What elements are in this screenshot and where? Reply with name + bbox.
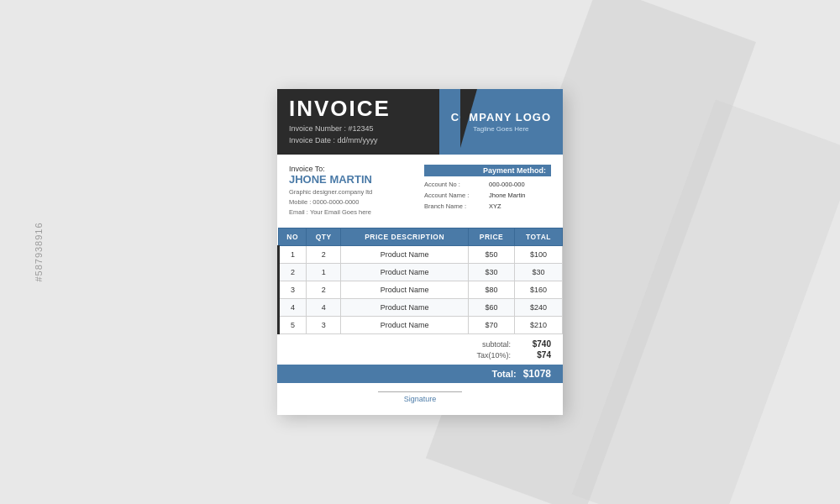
bill-to-label: Invoice To: xyxy=(289,165,416,173)
account-no-label: Account No : xyxy=(424,180,487,191)
invoice-date-row: Invoice Date : dd/mm/yyyy xyxy=(289,135,428,147)
header-triangle xyxy=(460,89,477,148)
company-logo-block: COMPANY LOGO Tagline Goes Here xyxy=(439,89,563,155)
bill-section: Invoice To: JHONE MARTIN Graphic designe… xyxy=(277,155,563,228)
table-row: 32Product Name$80$160 xyxy=(279,281,563,299)
payment-method-label: Payment Method: xyxy=(424,165,551,176)
cell-qty: 4 xyxy=(307,299,341,317)
cell-description: Product Name xyxy=(341,299,469,317)
cell-total: $240 xyxy=(514,299,562,317)
subtotal-row: subtotal: $740 xyxy=(289,339,551,349)
col-no: No xyxy=(279,228,307,246)
cell-qty: 1 xyxy=(307,264,341,281)
mobile-value: 0000-0000-0000 xyxy=(312,198,359,206)
bill-to-name: JHONE MARTIN xyxy=(289,173,416,186)
mobile-label: Mobile : xyxy=(289,198,311,206)
cell-qty: 2 xyxy=(307,246,341,264)
total-value: $1078 xyxy=(523,368,551,380)
cell-description: Product Name xyxy=(341,246,469,264)
invoice-number-value: #12345 xyxy=(349,124,374,133)
email-value: Your Email Goes here xyxy=(310,208,371,216)
account-no-value: 000-000-000 xyxy=(489,181,525,188)
table-header-row: No QTY PRICE DESCRIPTION PRICE TOTAL xyxy=(279,228,563,246)
cell-no: 2 xyxy=(279,264,307,281)
payment-method: Payment Method: Account No : 000-000-000… xyxy=(424,165,551,218)
invoice-meta: Invoice Number : #12345 Invoice Date : d… xyxy=(289,123,428,146)
col-description: PRICE DESCRIPTION xyxy=(341,228,469,246)
cell-total: $210 xyxy=(514,317,562,334)
branch-value: XYZ xyxy=(489,202,501,210)
invoice-number-row: Invoice Number : #12345 xyxy=(289,123,428,135)
bill-to-details: Graphic designer.company ltd Mobile : 00… xyxy=(289,187,416,218)
cell-no: 5 xyxy=(279,317,307,334)
bill-email: Email : Your Email Goes here xyxy=(289,207,416,218)
col-qty: QTY xyxy=(307,228,341,246)
invoice-date-value: dd/mm/yyyy xyxy=(338,136,378,144)
bill-company: Graphic designer.company ltd xyxy=(289,187,416,197)
signature-line xyxy=(378,391,462,392)
cell-description: Product Name xyxy=(341,281,469,299)
watermark-text: #587938916 xyxy=(34,222,44,281)
invoice-title: INVOICE xyxy=(289,97,428,119)
cell-no: 1 xyxy=(279,246,307,264)
branch-row: Branch Name : XYZ xyxy=(424,202,551,213)
invoice-number-label: Invoice Number : xyxy=(289,124,346,133)
invoice-card: INVOICE Invoice Number : #12345 Invoice … xyxy=(277,89,563,415)
company-tagline: Tagline Goes Here xyxy=(473,125,528,133)
cell-description: Product Name xyxy=(341,264,469,281)
subtotal-value: $740 xyxy=(517,339,551,349)
tax-label: Tax(10%): xyxy=(476,351,511,360)
email-label: Email : xyxy=(289,208,308,216)
cell-price: $80 xyxy=(469,281,515,299)
invoice-date-label: Invoice Date : xyxy=(289,136,335,144)
total-label: Total: xyxy=(492,369,517,379)
cell-price: $50 xyxy=(469,246,515,264)
col-price: PRICE xyxy=(469,228,515,246)
cell-no: 4 xyxy=(279,299,307,317)
tax-row: Tax(10%): $74 xyxy=(289,350,551,360)
cell-qty: 2 xyxy=(307,281,341,299)
tax-value: $74 xyxy=(517,350,551,360)
subtotal-label: subtotal: xyxy=(482,340,511,349)
account-no-row: Account No : 000-000-000 xyxy=(424,180,551,191)
account-name-value: Jhone Martin xyxy=(489,192,525,199)
cell-price: $70 xyxy=(469,317,515,334)
account-name-row: Account Name : Jhone Martin xyxy=(424,191,551,202)
bill-mobile: Mobile : 0000-0000-0000 xyxy=(289,197,416,207)
bill-to: Invoice To: JHONE MARTIN Graphic designe… xyxy=(289,165,416,218)
table-row: 12Product Name$50$100 xyxy=(279,246,563,264)
cell-total: $100 xyxy=(514,246,562,264)
table-row: 21Product Name$30$30 xyxy=(279,264,563,281)
account-name-label: Account Name : xyxy=(424,191,487,202)
totals-section: subtotal: $740 Tax(10%): $74 xyxy=(277,334,563,365)
col-total: TOTAL xyxy=(514,228,562,246)
invoice-header: INVOICE Invoice Number : #12345 Invoice … xyxy=(277,89,563,155)
signature-section: Signature xyxy=(277,383,563,415)
table-row: 53Product Name$70$210 xyxy=(279,317,563,334)
payment-details: Account No : 000-000-000 Account Name : … xyxy=(424,180,551,212)
cell-no: 3 xyxy=(279,281,307,299)
cell-description: Product Name xyxy=(341,317,469,334)
cell-price: $30 xyxy=(469,264,515,281)
branch-label: Branch Name : xyxy=(424,202,487,213)
invoice-title-block: INVOICE Invoice Number : #12345 Invoice … xyxy=(277,89,439,155)
invoice-table: No QTY PRICE DESCRIPTION PRICE TOTAL 12P… xyxy=(277,228,563,334)
cell-total: $30 xyxy=(514,264,562,281)
signature-label: Signature xyxy=(289,395,551,403)
table-row: 44Product Name$60$240 xyxy=(279,299,563,317)
cell-price: $60 xyxy=(469,299,515,317)
total-final-row: Total: $1078 xyxy=(277,365,563,383)
cell-total: $160 xyxy=(514,281,562,299)
cell-qty: 3 xyxy=(307,317,341,334)
